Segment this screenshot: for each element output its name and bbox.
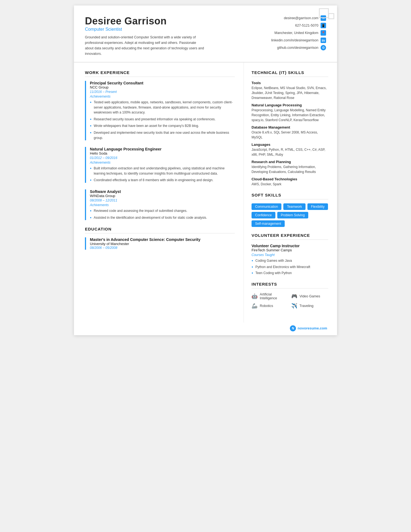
job-bullet-2-1: Built information extraction and text un… bbox=[90, 166, 235, 176]
header-left: Desiree Garrison Computer Scientist Grou… bbox=[85, 15, 255, 56]
videogames-icon: 🎮 bbox=[291, 293, 297, 299]
deco-square-2 bbox=[328, 13, 334, 19]
job-bullet-2-2: Coordinated effectively a team of 8 memb… bbox=[90, 178, 235, 183]
soft-skills-badges: Communication Teamwork Flexibility Confi… bbox=[252, 203, 328, 227]
edu-dates: 08/2006 – 05/2008 bbox=[90, 246, 235, 250]
ai-icon: 🤖 bbox=[252, 293, 258, 299]
volunteer-title: VOLUNTEER EXPERIENCE bbox=[252, 233, 328, 240]
volunteer-section: VOLUNTEER EXPERIENCE Volunteer Camp Inst… bbox=[252, 233, 328, 276]
technical-skills-title: TECHNICAL (IT) SKILLS bbox=[252, 70, 328, 77]
footer-logo-text: novoresume.com bbox=[298, 326, 327, 330]
job-company-1: NCC Group bbox=[90, 85, 235, 89]
job-bullet-1-1: Tested web applications, mobile apps, ne… bbox=[90, 100, 235, 115]
job-company-3: WINData Group bbox=[90, 194, 235, 198]
skill-languages-title: Languages bbox=[252, 143, 328, 147]
skill-cloud-items: AWS, Docker, Spark bbox=[252, 182, 328, 187]
job-company-2: Hello Soda bbox=[90, 151, 235, 155]
skill-cloud-title: Cloud-Based Technologies bbox=[252, 177, 328, 181]
skill-languages-items: JavaScript, Python, R, HTML, CSS, C++, C… bbox=[252, 147, 328, 157]
contact-linkedin: linkedin.com/in/desireegarrison in bbox=[271, 38, 326, 43]
volunteer-course-2: Python and Electronics with Minecraft bbox=[252, 264, 328, 270]
skill-languages: Languages JavaScript, Python, R, HTML, C… bbox=[252, 143, 328, 157]
interest-robotics-label: Robotics bbox=[260, 304, 273, 308]
skill-research-title: Research and Planning bbox=[252, 160, 328, 164]
skill-nlp: Natural Language Processing Preprocessin… bbox=[252, 103, 328, 123]
job-achievements-label-2: Achievements bbox=[90, 161, 235, 164]
job-bullet-3-2: Assisted in the identification and devel… bbox=[90, 215, 235, 220]
job-bullet-1-3: Wrote whitepapers that have been an asse… bbox=[90, 123, 235, 129]
skill-cloud: Cloud-Based Technologies AWS, Docker, Sp… bbox=[252, 177, 328, 187]
soft-skills-title: SOFT SKILLS bbox=[252, 193, 328, 200]
badge-flexibility: Flexibility bbox=[307, 203, 328, 210]
job-bullets-1: Tested web applications, mobile apps, ne… bbox=[90, 100, 235, 140]
volunteer-course-1: Coding Games with Java bbox=[252, 258, 328, 263]
github-icon: ⚙ bbox=[321, 45, 326, 50]
job-block-2: Natural Language Processing Engineer Hel… bbox=[85, 147, 235, 183]
education-title: EDUCATION bbox=[85, 227, 235, 234]
soft-skills-section: SOFT SKILLS Communication Teamwork Flexi… bbox=[252, 193, 328, 227]
linkedin-text: linkedin.com/in/desireegarrison bbox=[271, 38, 318, 42]
job-bullet-1-2: Researched security issues and presented… bbox=[90, 117, 235, 122]
interest-videogames: 🎮 Video Games bbox=[291, 292, 328, 300]
work-experience-section: WORK EXPERIENCE Principal Security Consu… bbox=[85, 70, 235, 220]
volunteer-course-3: Teen Coding with Python bbox=[252, 271, 328, 276]
header-section: Desiree Garrison Computer Scientist Grou… bbox=[74, 5, 337, 62]
badge-teamwork: Teamwork bbox=[283, 203, 306, 210]
interest-traveling-label: Traveling bbox=[299, 304, 313, 308]
contact-github: github.com/desireegarrison ⚙ bbox=[277, 45, 326, 50]
interest-videogames-label: Video Games bbox=[299, 294, 320, 298]
technical-skills-section: TECHNICAL (IT) SKILLS Tools Eclipse, Net… bbox=[252, 70, 328, 187]
interest-traveling: ✈️ Traveling bbox=[291, 303, 328, 309]
job-block-1: Principal Security Consultant NCC Group … bbox=[85, 81, 235, 140]
job-achievements-label-1: Achievements bbox=[90, 95, 235, 98]
interests-title: INTERESTS bbox=[252, 282, 328, 289]
job-dates-1: 11/2016 – Present bbox=[90, 90, 235, 94]
job-achievements-label-3: Achivements bbox=[90, 203, 235, 207]
job-bullet-1-4: Developed and implemented new security t… bbox=[90, 130, 235, 140]
github-text: github.com/desireegarrison bbox=[277, 46, 318, 50]
education-section: EDUCATION Master's in Advanced Computer … bbox=[85, 227, 235, 250]
traveling-icon: ✈️ bbox=[291, 303, 297, 309]
interest-ai: 🤖 Artificial Intelligence bbox=[252, 292, 289, 300]
deco-square-1 bbox=[319, 8, 329, 18]
skill-tools-title: Tools bbox=[252, 81, 328, 85]
footer: N novoresume.com bbox=[74, 323, 337, 335]
skill-nlp-title: Natural Language Processing bbox=[252, 103, 328, 107]
job-dates-3: 08/2008 – 12/2011 bbox=[90, 198, 235, 202]
interests-grid: 🤖 Artificial Intelligence 🎮 Video Games … bbox=[252, 292, 328, 309]
skill-nlp-items: Preprocessing, Language Modelling, Named… bbox=[252, 108, 328, 123]
resume-container: Desiree Garrison Computer Scientist Grou… bbox=[74, 5, 337, 335]
job-bullets-3: Reviewed code and assessing the impact o… bbox=[90, 208, 235, 220]
job-block-3: Software Analyst WINData Group 08/2008 –… bbox=[85, 189, 235, 220]
candidate-title: Computer Scientist bbox=[85, 27, 255, 32]
work-experience-title: WORK EXPERIENCE bbox=[85, 70, 235, 77]
contact-location: Manchester, United Kingdom 📍 bbox=[274, 30, 326, 36]
skill-db-items: Oracle 8.x/9.x, SQL Server 2008, MS Acce… bbox=[252, 130, 328, 140]
decorative-squares bbox=[315, 5, 337, 27]
candidate-name: Desiree Garrison bbox=[85, 15, 255, 27]
email-text: desiree@garrison.com bbox=[284, 16, 318, 20]
interest-robotics: 🦾 Robotics bbox=[252, 303, 289, 309]
volunteer-courses-label: Courses Taught bbox=[252, 253, 328, 257]
job-title-3: Software Analyst bbox=[90, 189, 235, 194]
right-column: TECHNICAL (IT) SKILLS Tools Eclipse, Net… bbox=[244, 62, 337, 323]
interest-ai-label: Artificial Intelligence bbox=[260, 292, 289, 300]
skill-research: Research and Planning Identifying Proble… bbox=[252, 160, 328, 174]
volunteer-courses-list: Coding Games with Java Python and Electr… bbox=[252, 258, 328, 276]
candidate-summary: Grounded and solution-oriented Computer … bbox=[85, 35, 206, 56]
skill-tools: Tools Eclipse, NetBeans, MS Visual Studi… bbox=[252, 81, 328, 100]
badge-communication: Communication bbox=[252, 203, 281, 210]
skill-db: Database Management Oracle 8.x/9.x, SQL … bbox=[252, 125, 328, 140]
location-text: Manchester, United Kingdom bbox=[274, 31, 318, 35]
volunteer-job-title: Volunteer Camp Instructor bbox=[252, 244, 328, 248]
edu-school: University of Manchester bbox=[90, 242, 235, 246]
badge-self-management: Self-management bbox=[252, 220, 285, 227]
interests-section: INTERESTS 🤖 Artificial Intelligence 🎮 Vi… bbox=[252, 282, 328, 309]
novoresume-icon: N bbox=[290, 325, 296, 331]
main-body: WORK EXPERIENCE Principal Security Consu… bbox=[74, 62, 337, 323]
linkedin-icon: in bbox=[321, 38, 326, 43]
left-column: WORK EXPERIENCE Principal Security Consu… bbox=[74, 62, 244, 323]
skill-tools-items: Eclipse, NetBeans, MS Visual Studio, SVN… bbox=[252, 86, 328, 100]
edu-degree: Master's in Advanced Computer Science: C… bbox=[90, 237, 235, 242]
badge-problem-solving: Problem Solving bbox=[277, 212, 308, 218]
